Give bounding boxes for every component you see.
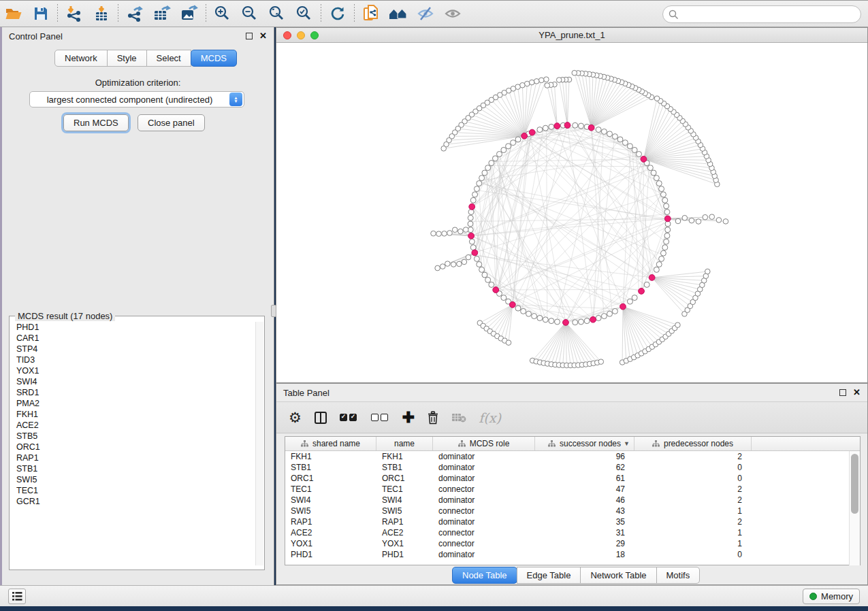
graph-hub-node[interactable]: [472, 250, 478, 256]
cell-filler[interactable]: [752, 516, 850, 527]
graph-node[interactable]: [474, 186, 479, 192]
cell-predecessor-nodes[interactable]: 0: [634, 473, 752, 484]
result-scrollbar[interactable]: [255, 322, 263, 565]
table-tab-edge-table[interactable]: Edge Table: [517, 567, 581, 584]
graph-node[interactable]: [573, 320, 578, 325]
float-window-icon[interactable]: [246, 33, 253, 39]
graph-node[interactable]: [515, 306, 521, 311]
graph-leaf-node[interactable]: [452, 227, 457, 233]
table-tab-node-table[interactable]: Node Table: [452, 567, 517, 584]
splitter-handle[interactable]: [271, 305, 276, 317]
mcds-result-item[interactable]: SRD1: [10, 387, 257, 398]
graph-node[interactable]: [492, 156, 498, 161]
graph-node[interactable]: [654, 267, 659, 272]
network-canvas[interactable]: [276, 43, 867, 382]
graph-node[interactable]: [482, 272, 487, 278]
graph-leaf-node[interactable]: [598, 359, 604, 365]
search-box[interactable]: [662, 5, 861, 23]
table-row[interactable]: SWI5SWI5connector431: [285, 506, 850, 516]
graph-leaf-node[interactable]: [451, 262, 456, 267]
graph-leaf-node[interactable]: [709, 214, 715, 220]
graph-node[interactable]: [656, 262, 662, 267]
cell-filler[interactable]: [752, 538, 850, 549]
table-scrollbar[interactable]: [849, 451, 860, 565]
cell-shared-name[interactable]: TEC1: [285, 484, 376, 495]
add-column-icon[interactable]: ✚: [402, 411, 415, 425]
graph-node[interactable]: [664, 210, 670, 215]
zoom-selected-icon[interactable]: [291, 3, 318, 24]
select-all-icon[interactable]: [340, 414, 359, 421]
export-image-icon[interactable]: [176, 3, 203, 24]
graph-node[interactable]: [489, 282, 494, 287]
table-row[interactable]: YOX1YOX1connector291: [285, 538, 850, 549]
graph-leaf-node[interactable]: [675, 218, 681, 224]
graph-leaf-node[interactable]: [447, 231, 453, 236]
network-graph-svg[interactable]: [276, 43, 867, 382]
graph-leaf-node[interactable]: [441, 146, 447, 151]
graph-hub-node[interactable]: [620, 303, 626, 310]
cell-name[interactable]: TEC1: [376, 484, 433, 495]
mcds-result-item[interactable]: TID3: [10, 354, 257, 365]
graph-node[interactable]: [472, 192, 478, 197]
graph-node[interactable]: [489, 161, 494, 166]
graph-hub-node[interactable]: [641, 156, 647, 162]
first-neighbors-icon[interactable]: [385, 3, 412, 24]
mcds-result-item[interactable]: PMA2: [10, 398, 257, 409]
graph-node[interactable]: [665, 227, 671, 233]
graph-hub-node[interactable]: [564, 122, 570, 129]
graph-leaf-node[interactable]: [436, 231, 442, 237]
cell-predecessor-nodes[interactable]: 2: [634, 484, 752, 495]
duplicate-network-icon[interactable]: [357, 3, 385, 24]
cell-shared-name[interactable]: YOX1: [285, 538, 376, 549]
graph-node[interactable]: [656, 180, 662, 186]
graph-leaf-node[interactable]: [705, 269, 710, 274]
cell-successor-nodes[interactable]: 61: [535, 473, 634, 484]
graph-node[interactable]: [659, 256, 664, 261]
search-input[interactable]: [682, 7, 861, 21]
graph-leaf-node[interactable]: [457, 261, 462, 267]
graph-node[interactable]: [506, 144, 511, 149]
column-header-successor-nodes[interactable]: successor nodes▼: [535, 437, 634, 450]
graph-node[interactable]: [477, 180, 482, 186]
graph-leaf-node[interactable]: [458, 229, 464, 234]
mcds-result-item[interactable]: FKH1: [10, 409, 257, 420]
mcds-result-item[interactable]: RAP1: [10, 452, 257, 463]
hide-selected-eye-icon[interactable]: [412, 3, 439, 24]
sort-chevron-icon[interactable]: ▼: [624, 440, 630, 447]
graph-node[interactable]: [532, 314, 537, 319]
graph-leaf-node[interactable]: [440, 264, 445, 269]
memory-button[interactable]: Memory: [803, 589, 860, 604]
graph-leaf-node[interactable]: [689, 218, 694, 223]
column-visibility-icon[interactable]: [314, 411, 327, 425]
cell-shared-name[interactable]: PHD1: [285, 549, 376, 560]
cell-predecessor-nodes[interactable]: 0: [634, 549, 752, 560]
table-row[interactable]: ORC1ORC1dominator610: [285, 473, 850, 484]
graph-leaf-node[interactable]: [534, 79, 539, 84]
mcds-result-item[interactable]: SWI5: [10, 474, 257, 485]
mcds-result-item[interactable]: CAR1: [10, 333, 257, 344]
graph-node[interactable]: [555, 319, 560, 325]
graph-node[interactable]: [474, 256, 479, 261]
graph-node[interactable]: [601, 314, 607, 319]
table-tab-motifs[interactable]: Motifs: [656, 567, 701, 584]
show-panels-list-button[interactable]: [8, 589, 26, 604]
mcds-result-item[interactable]: GCR1: [10, 496, 257, 507]
graph-leaf-node[interactable]: [703, 214, 708, 220]
export-network-icon[interactable]: [121, 3, 148, 24]
mcds-result-item[interactable]: ACE2: [10, 420, 257, 431]
close-panel-icon[interactable]: ✕: [853, 389, 861, 396]
cell-successor-nodes[interactable]: 43: [535, 506, 634, 516]
import-network-icon[interactable]: [61, 3, 88, 24]
graph-node[interactable]: [543, 125, 548, 131]
graph-node[interactable]: [654, 176, 659, 181]
graph-leaf-node[interactable]: [675, 323, 681, 328]
refresh-icon[interactable]: [324, 3, 351, 24]
mcds-result-item[interactable]: TEC1: [10, 485, 257, 496]
graph-node[interactable]: [511, 140, 516, 146]
mcds-result-item[interactable]: SWI4: [10, 376, 257, 387]
graph-node[interactable]: [662, 197, 668, 203]
graph-node[interactable]: [477, 262, 482, 267]
float-window-icon[interactable]: [839, 389, 846, 396]
cell-filler[interactable]: [752, 484, 850, 495]
cell-predecessor-nodes[interactable]: 1: [634, 506, 752, 516]
